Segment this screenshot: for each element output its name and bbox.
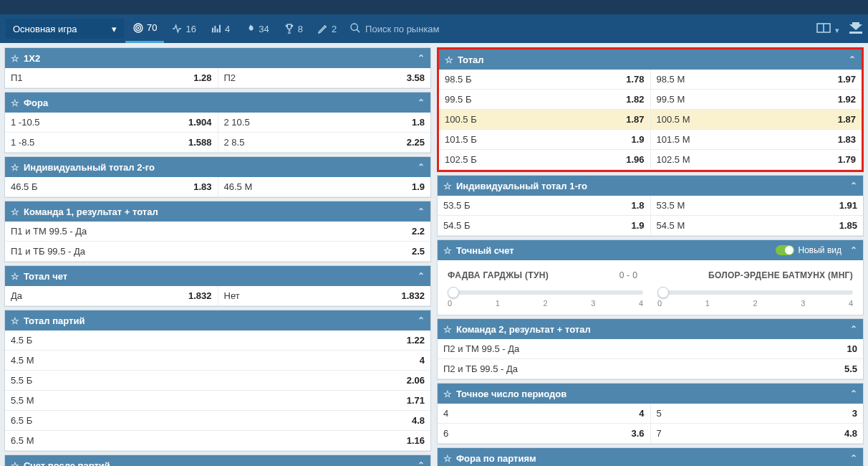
odds-cell[interactable]: 2 8.52.25 (218, 133, 431, 153)
odds-cell[interactable]: 54.5 Б1.9 (438, 216, 651, 236)
odds-cell[interactable]: 53.5 М1.91 (651, 196, 864, 216)
collapse-icon[interactable]: ⌃ (418, 206, 425, 217)
star-icon[interactable]: ☆ (11, 162, 19, 173)
odds-cell[interactable]: 74.8 (651, 424, 864, 444)
layout-icon[interactable]: ▾ (816, 23, 839, 35)
odds-cell[interactable]: 6.5 Б4.8 (5, 411, 430, 431)
collapse-icon[interactable]: ⌃ (850, 389, 857, 399)
collapse-icon[interactable]: ⌃ (418, 162, 425, 172)
score-slider[interactable]: 01234 (448, 290, 643, 308)
selection-label: 100.5 М (657, 114, 828, 125)
market-row: 53.5 Б1.853.5 М1.91 (438, 196, 863, 216)
odds-cell[interactable]: 54.5 М1.85 (651, 216, 864, 236)
star-icon[interactable]: ☆ (445, 54, 453, 65)
toolbar-filter-pencil[interactable]: 2 (310, 14, 344, 43)
collapse-icon[interactable]: ⌃ (418, 98, 425, 108)
slider-thumb[interactable] (657, 287, 669, 298)
odds-cell[interactable]: 6.5 М1.16 (5, 431, 430, 451)
odds-cell[interactable]: Нет1.832 (218, 286, 431, 306)
odds-cell[interactable]: П1 и ТБ 99.5 - Да2.5 (5, 242, 430, 262)
odds-cell[interactable]: 99.5 М1.92 (651, 90, 862, 110)
odds-cell[interactable]: 100.5 М1.87 (651, 110, 862, 130)
score-slider[interactable]: 01234 (657, 290, 853, 308)
odds-cell[interactable]: 1 -8.51.588 (5, 133, 218, 153)
toolbar-filter-flame[interactable]: 34 (237, 14, 276, 43)
odds-cell[interactable]: П2 и ТМ 99.5 - Да10 (438, 339, 863, 359)
odds-cell[interactable]: 101.5 Б1.9 (439, 130, 651, 150)
odds-cell[interactable]: 98.5 Б1.78 (439, 70, 651, 90)
search-icon[interactable] (349, 22, 361, 36)
panel-header[interactable]: ☆Тотал⌃ (439, 49, 862, 70)
collapse-icon[interactable]: ⌃ (418, 315, 425, 325)
odds-cell[interactable]: 53 (651, 404, 864, 424)
search-input[interactable] (365, 24, 523, 34)
odds-value: 1.28 (183, 72, 212, 83)
panel-header[interactable]: ☆Фора по партиям⌃ (438, 448, 863, 466)
download-icon[interactable] (849, 22, 862, 36)
star-icon[interactable]: ☆ (443, 324, 452, 335)
odds-cell[interactable]: 100.5 Б1.87 (439, 110, 651, 130)
new-view-toggle[interactable]: Новый вид (776, 245, 842, 255)
star-icon[interactable]: ☆ (11, 315, 19, 326)
panel-title: Фора по партиям (456, 453, 536, 464)
star-icon[interactable]: ☆ (443, 181, 452, 191)
odds-cell[interactable]: 46.5 Б1.83 (5, 177, 218, 197)
odds-cell[interactable]: 44 (438, 404, 651, 424)
odds-cell[interactable]: 4.5 Б1.22 (5, 331, 430, 351)
odds-cell[interactable]: П2 и ТБ 99.5 - Да5.5 (438, 359, 863, 379)
panel-header[interactable]: ☆Команда 1, результат + тотал⌃ (5, 201, 430, 222)
odds-cell[interactable]: П11.28 (5, 68, 218, 88)
odds-cell[interactable]: П23.58 (218, 68, 431, 88)
odds-cell[interactable]: 63.6 (438, 424, 651, 444)
odds-cell[interactable]: 4.5 М4 (5, 351, 430, 371)
collapse-icon[interactable]: ⌃ (850, 324, 857, 334)
svg-line-8 (357, 29, 360, 32)
odds-cell[interactable]: 102.5 М1.79 (651, 150, 862, 170)
collapse-icon[interactable]: ⌃ (418, 53, 425, 63)
odds-cell[interactable]: 5.5 М1.71 (5, 391, 430, 411)
collapse-icon[interactable]: ⌃ (850, 453, 857, 463)
panel-header[interactable]: ☆Индивидуальный тотал 1-го⌃ (438, 176, 863, 196)
odds-cell[interactable]: 98.5 М1.97 (651, 70, 862, 90)
toolbar-filter-target[interactable]: 70 (125, 14, 164, 43)
odds-cell[interactable]: 102.5 Б1.96 (439, 150, 651, 170)
panel-header[interactable]: ☆Индивидуальный тотал 2-го⌃ (5, 157, 430, 177)
odds-cell[interactable]: 1 -10.51.904 (5, 113, 218, 133)
odds-cell[interactable]: 46.5 М1.9 (218, 177, 431, 197)
odds-cell[interactable]: 101.5 М1.83 (651, 130, 862, 150)
collapse-icon[interactable]: ⌃ (850, 245, 857, 255)
odds-cell[interactable]: П1 и ТМ 99.5 - Да2.2 (5, 222, 430, 242)
selection-label: П2 и ТБ 99.5 - Да (443, 363, 829, 374)
odds-cell[interactable]: 53.5 Б1.8 (438, 196, 651, 216)
toolbar-filter-trophy[interactable]: 8 (276, 14, 310, 43)
odds-cell[interactable]: 99.5 Б1.82 (439, 90, 651, 110)
collapse-icon[interactable]: ⌃ (418, 460, 425, 466)
toolbar-filter-timeline[interactable]: 16 (164, 14, 203, 43)
slider-thumb[interactable] (448, 287, 459, 298)
star-icon[interactable]: ☆ (11, 53, 19, 64)
odds-cell[interactable]: 5.5 Б2.06 (5, 371, 430, 391)
collapse-icon[interactable]: ⌃ (850, 181, 857, 191)
panel-header[interactable]: ☆Фора⌃ (5, 92, 430, 113)
panel-header[interactable]: ☆Тотал партий⌃ (5, 310, 430, 331)
odds-cell[interactable]: Да1.832 (5, 286, 218, 306)
star-icon[interactable]: ☆ (11, 98, 19, 108)
star-icon[interactable]: ☆ (11, 206, 19, 217)
panel-header[interactable]: ☆Тотал чет⌃ (5, 266, 430, 286)
panel-header[interactable]: ☆Точное число периодов⌃ (438, 384, 863, 404)
star-icon[interactable]: ☆ (443, 389, 452, 399)
toolbar-filter-bars[interactable]: 4 (203, 14, 237, 43)
collapse-icon[interactable]: ⌃ (418, 271, 425, 281)
collapse-icon[interactable]: ⌃ (849, 54, 856, 65)
odds-cell[interactable]: 2 10.51.8 (218, 113, 431, 133)
panel-header[interactable]: ☆Счет после партий⌃ (5, 455, 430, 466)
star-icon[interactable]: ☆ (11, 271, 19, 282)
star-icon[interactable]: ☆ (443, 453, 452, 464)
star-icon[interactable]: ☆ (11, 460, 19, 467)
panel-header[interactable]: ☆Команда 2, результат + тотал⌃ (438, 319, 863, 339)
panel-header[interactable]: ☆1Х2⌃ (5, 48, 430, 68)
panel-header[interactable]: ☆Точный счетНовый вид⌃ (438, 240, 863, 260)
star-icon[interactable]: ☆ (443, 245, 452, 256)
odds-value: 1.832 (396, 290, 425, 301)
game-mode-select[interactable]: Основная игра ▾ (6, 19, 124, 39)
